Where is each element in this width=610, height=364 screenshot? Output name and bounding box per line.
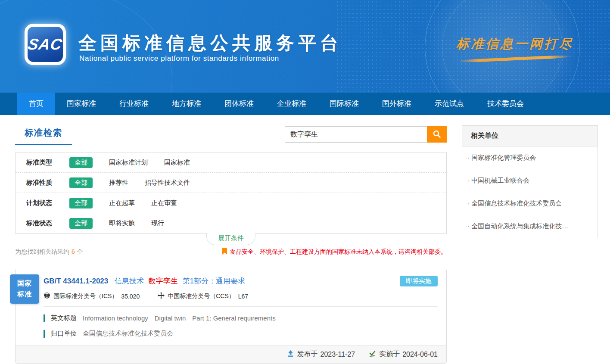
sidebar-item-sac[interactable]: 国家标准化管理委员会 <box>462 146 598 169</box>
nav-tab-local-standards[interactable]: 地方标准 <box>160 93 213 115</box>
filter-panel: 标准类型 全部 国家标准计划 国家标准 标准性质 全部 推荐性 指导性技术文件 … <box>15 152 447 234</box>
standard-title-part1: 信息技术 <box>115 277 144 285</box>
nav-tab-group-standards[interactable]: 团体标准 <box>213 93 265 115</box>
filter-option[interactable]: 国家标准 <box>164 159 190 167</box>
filter-row-plan-status: 计划状态 全部 正在起草 正在审查 <box>16 193 446 213</box>
filter-label: 计划状态 <box>26 199 69 207</box>
filter-label: 标准类型 <box>26 159 69 167</box>
standard-title-part2: 第1部分：通用要求 <box>182 277 245 285</box>
sac-logo-text: SAC <box>27 35 64 53</box>
status-badge: 即将实施 <box>400 276 438 286</box>
filter-option[interactable]: 正在审查 <box>151 199 177 207</box>
site-title: 全国标准信息公共服务平台 <box>78 31 342 55</box>
expand-conditions-button[interactable]: 展开条件 <box>206 233 255 245</box>
badge-line2: 标准 <box>17 289 32 300</box>
committee-value: 全国信息技术标准化技术委员会 <box>83 330 173 338</box>
main-nav: 首页 国家标准 行业标准 地方标准 团体标准 企业标准 国际标准 国外标准 示范… <box>0 93 610 115</box>
filter-all-badge[interactable]: 全部 <box>69 157 93 168</box>
sidebar-item-automation-systems-committee[interactable]: 全国自动化系统与集成标准化技… <box>462 215 598 238</box>
slogan-text: 标准信息一网打尽 <box>456 35 573 53</box>
implemented-date: 2024-06-01 <box>402 351 438 358</box>
search-button[interactable] <box>427 126 447 143</box>
committee-row: 归口单位 全国信息技术标准化技术委员会 <box>44 330 438 338</box>
ics-label: 国际标准分类号（ICS） <box>53 292 118 300</box>
nav-tab-foreign-standards[interactable]: 国外标准 <box>370 93 423 115</box>
ccs-label: 中国标准分类号（CCS） <box>168 292 235 300</box>
english-title-value: Information technology—Digital twin—Part… <box>83 314 276 322</box>
sac-logo-inner: SAC <box>28 27 63 62</box>
search-icon <box>433 130 441 140</box>
system-notice: 食品安全、环境保护、工程建设方面的国家标准未纳入本系统，请咨询相关部委。 <box>222 248 447 256</box>
filter-all-badge[interactable]: 全部 <box>69 177 93 188</box>
filter-row-standard-nature: 标准性质 全部 推荐性 指导性技术文件 <box>16 173 446 193</box>
filter-row-standard-type: 标准类型 全部 国家标准计划 国家标准 <box>16 152 446 173</box>
filter-option[interactable]: 指导性技术文件 <box>145 179 190 187</box>
search-group <box>285 126 447 143</box>
bookmark-icon <box>222 248 230 256</box>
standard-result-card: 国家 标准 GB/T 43441.1-2023 信息技术 数字孪生 第1部分：通… <box>15 269 447 364</box>
notice-text: 食品安全、环境保护、工程建设方面的国家标准未纳入本系统，请咨询相关部委。 <box>230 248 447 256</box>
classification-row: 国际标准分类号（ICS） 35.020 中国标准分类号（CCS） L67 <box>44 292 438 300</box>
badge-line1: 国家 <box>17 278 32 289</box>
nav-tab-pilot[interactable]: 示范试点 <box>423 93 476 115</box>
sac-logo[interactable]: SAC <box>25 24 66 65</box>
standard-title-highlight: 数字孪生 <box>149 277 178 285</box>
card-divider <box>44 306 438 307</box>
nav-tab-enterprise-standards[interactable]: 企业标准 <box>265 93 318 115</box>
nav-tab-technical-committee[interactable]: 技术委员会 <box>476 93 535 115</box>
sidebar-item-it-standardization-committee[interactable]: 全国信息技术标准化技术委员会 <box>462 192 598 215</box>
search-input[interactable] <box>285 126 427 143</box>
filter-label: 标准性质 <box>26 179 69 187</box>
expand-conditions-wrap: 展开条件 <box>15 233 447 245</box>
site-subtitle: National public service platform for sta… <box>79 54 279 63</box>
nav-tab-home[interactable]: 首页 <box>17 93 55 115</box>
published-date-item: 发布于 2023-11-27 <box>287 350 355 359</box>
nav-tab-industry-standards[interactable]: 行业标准 <box>108 93 160 115</box>
header-banner: SAC 全国标准信息公共服务平台 National public service… <box>0 0 610 93</box>
card-footer: 发布于 2023-11-27 实施于 2024-06-01 <box>16 345 446 363</box>
right-sidebar: 相关单位 国家标准化管理委员会 中国机械工业联合会 全国信息技术标准化技术委员会… <box>462 125 598 364</box>
slogan-block: 标准信息一网打尽 <box>456 35 573 60</box>
sidebar-item-machinery-federation[interactable]: 中国机械工业联合会 <box>462 169 598 192</box>
summary-count: 6 <box>72 248 75 255</box>
filter-option[interactable]: 国家标准计划 <box>109 159 148 167</box>
implemented-date-item: 实施于 2024-06-01 <box>369 350 438 359</box>
card-title-row: GB/T 43441.1-2023 信息技术 数字孪生 第1部分：通用要求 即将… <box>44 276 438 286</box>
related-units-title: 相关单位 <box>462 126 598 146</box>
national-standard-badge: 国家 标准 <box>10 274 39 304</box>
implement-check-icon <box>369 350 379 359</box>
filter-row-standard-status: 标准状态 全部 即将实施 现行 <box>16 213 446 233</box>
teal-bar-decoration <box>44 330 45 338</box>
search-row: 标准检索 <box>15 125 447 148</box>
standard-title-link[interactable]: GB/T 43441.1-2023 信息技术 数字孪生 第1部分：通用要求 <box>44 276 245 286</box>
related-units-box: 相关单位 国家标准化管理委员会 中国机械工业联合会 全国信息技术标准化技术委员会… <box>462 125 598 238</box>
nav-tab-national-standards[interactable]: 国家标准 <box>55 93 108 115</box>
card-body: GB/T 43441.1-2023 信息技术 数字孪生 第1部分：通用要求 即将… <box>16 269 446 338</box>
standard-code: GB/T 43441.1-2023 <box>44 277 108 285</box>
filter-option[interactable]: 正在起草 <box>109 199 135 207</box>
summary-prefix: 为您找到相关结果约 <box>15 248 69 255</box>
english-title-row: 英文标题 Information technology—Digital twin… <box>44 314 438 322</box>
results-summary-row: 为您找到相关结果约6个 食品安全、环境保护、工程建设方面的国家标准未纳入本系统，… <box>15 248 447 256</box>
filter-label: 标准状态 <box>26 219 69 227</box>
nav-tab-international-standards[interactable]: 国际标准 <box>318 93 370 115</box>
published-label: 发布于 <box>297 350 318 359</box>
filter-option[interactable]: 现行 <box>151 219 164 227</box>
left-column: 标准检索 标准类型 全部 国家标准计划 国家标准 <box>15 125 447 364</box>
publish-upload-icon <box>287 350 297 359</box>
published-date: 2023-11-27 <box>321 351 355 358</box>
compass-arrows-icon <box>158 292 168 300</box>
main-content: 标准检索 标准类型 全部 国家标准计划 国家标准 <box>0 115 610 364</box>
english-title-label: 英文标题 <box>51 314 77 322</box>
filter-all-badge[interactable]: 全部 <box>69 218 93 229</box>
filter-option[interactable]: 推荐性 <box>109 179 128 187</box>
results-summary: 为您找到相关结果约6个 <box>15 248 83 256</box>
summary-suffix: 个 <box>77 248 83 255</box>
committee-label: 归口单位 <box>51 330 77 338</box>
ccs-value: L67 <box>238 293 248 300</box>
filter-all-badge[interactable]: 全部 <box>69 198 93 208</box>
section-title: 标准检索 <box>15 125 72 145</box>
ics-item: 国际标准分类号（ICS） 35.020 <box>44 292 140 300</box>
filter-option[interactable]: 即将实施 <box>109 219 135 227</box>
teal-bar-decoration <box>44 314 45 322</box>
